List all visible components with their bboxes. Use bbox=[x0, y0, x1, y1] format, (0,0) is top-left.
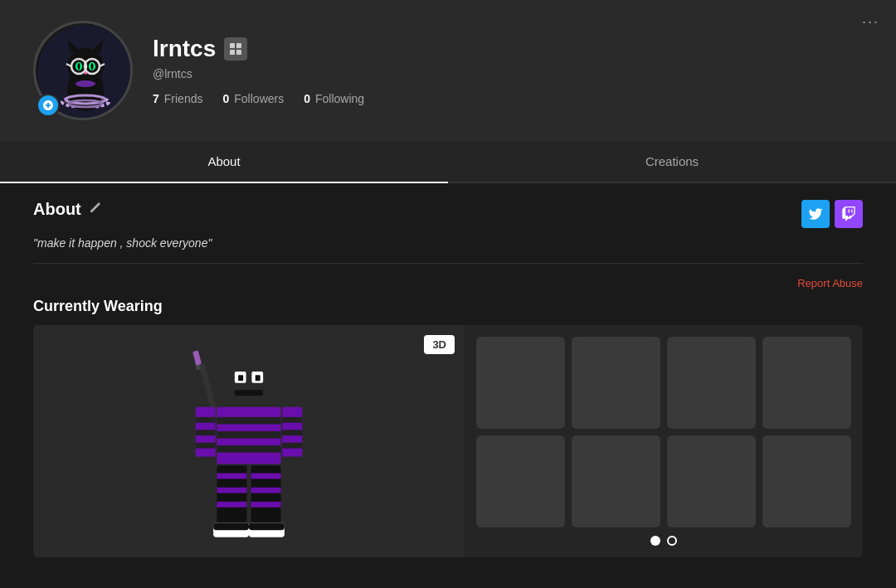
svg-rect-31 bbox=[192, 350, 202, 365]
following-label: Following bbox=[315, 92, 364, 105]
items-grid bbox=[476, 337, 851, 527]
svg-rect-52 bbox=[251, 488, 281, 493]
profile-banner: lrntcs @lrntcs 7 Friends 0 Followers bbox=[0, 0, 896, 141]
following-count: 0 bbox=[304, 92, 310, 105]
report-abuse-link[interactable]: Report Abuse bbox=[797, 277, 863, 289]
pagination-dot-1[interactable] bbox=[650, 536, 660, 546]
report-row: Report Abuse bbox=[33, 277, 863, 289]
item-slot-7[interactable] bbox=[667, 435, 756, 527]
character-svg bbox=[149, 342, 348, 541]
svg-point-14 bbox=[91, 63, 94, 70]
username: lrntcs bbox=[153, 36, 216, 62]
svg-rect-22 bbox=[236, 50, 241, 55]
profile-info: lrntcs @lrntcs 7 Friends 0 Followers bbox=[153, 36, 364, 105]
divider bbox=[33, 263, 863, 264]
followers-label: Followers bbox=[234, 92, 284, 105]
pagination-dot-2[interactable] bbox=[667, 536, 677, 546]
svg-rect-35 bbox=[217, 445, 280, 453]
svg-point-13 bbox=[78, 63, 80, 70]
items-grid-container bbox=[465, 325, 863, 557]
svg-rect-20 bbox=[236, 43, 241, 48]
svg-rect-19 bbox=[230, 43, 235, 48]
about-section: About bbox=[33, 200, 863, 228]
svg-rect-26 bbox=[238, 375, 243, 381]
svg-rect-23 bbox=[224, 356, 274, 406]
user-handle: @lrntcs bbox=[153, 67, 364, 80]
svg-rect-37 bbox=[196, 417, 216, 423]
main-content: About "make it happen , shock everyone" bbox=[0, 183, 896, 574]
avatar-container bbox=[33, 21, 133, 120]
twitch-button[interactable] bbox=[835, 200, 863, 228]
three-d-badge[interactable]: 3D bbox=[424, 335, 455, 354]
about-title: About bbox=[33, 200, 101, 219]
item-slot-4[interactable] bbox=[762, 337, 851, 429]
stats-row: 7 Friends 0 Followers 0 Following bbox=[153, 92, 364, 105]
svg-rect-39 bbox=[196, 443, 216, 449]
svg-rect-40 bbox=[197, 457, 213, 471]
friends-label: Friends bbox=[164, 92, 203, 105]
item-slot-5[interactable] bbox=[476, 435, 565, 527]
friends-stat[interactable]: 7 Friends bbox=[153, 92, 202, 105]
svg-rect-27 bbox=[256, 375, 261, 381]
more-options-button[interactable]: ··· bbox=[862, 13, 879, 31]
pagination-dots bbox=[476, 536, 851, 546]
nav-tabs: About Creations bbox=[0, 141, 896, 183]
svg-point-16 bbox=[75, 80, 95, 87]
svg-rect-43 bbox=[282, 430, 302, 435]
username-row: lrntcs bbox=[153, 36, 364, 62]
currently-wearing-title: Currently Wearing bbox=[33, 298, 863, 315]
svg-rect-48 bbox=[217, 488, 246, 493]
verified-icon bbox=[224, 37, 247, 61]
svg-rect-47 bbox=[217, 474, 246, 479]
svg-rect-42 bbox=[282, 417, 302, 423]
social-icons bbox=[801, 200, 863, 228]
edit-icon[interactable] bbox=[88, 202, 101, 217]
item-slot-8[interactable] bbox=[762, 435, 851, 527]
friends-count: 7 bbox=[153, 92, 159, 105]
svg-rect-21 bbox=[230, 50, 235, 55]
svg-rect-51 bbox=[251, 474, 281, 479]
character-view: 3D bbox=[33, 325, 465, 557]
svg-rect-45 bbox=[285, 457, 300, 471]
svg-rect-57 bbox=[249, 523, 285, 531]
bio-text: "make it happen , shock everyone" bbox=[33, 236, 863, 250]
following-stat[interactable]: 0 Following bbox=[304, 92, 364, 105]
followers-count: 0 bbox=[222, 92, 229, 105]
svg-rect-34 bbox=[217, 431, 280, 439]
twitter-button[interactable] bbox=[801, 200, 830, 228]
svg-rect-33 bbox=[217, 417, 280, 425]
item-slot-2[interactable] bbox=[572, 337, 660, 429]
item-slot-6[interactable] bbox=[572, 435, 660, 527]
item-slot-3[interactable] bbox=[667, 337, 756, 429]
svg-rect-53 bbox=[251, 502, 281, 508]
svg-rect-49 bbox=[217, 502, 246, 508]
wearing-container: 3D bbox=[33, 325, 863, 557]
svg-rect-56 bbox=[213, 523, 249, 531]
tab-creations[interactable]: Creations bbox=[448, 141, 896, 182]
followers-stat[interactable]: 0 Followers bbox=[222, 92, 284, 105]
svg-rect-38 bbox=[196, 430, 216, 435]
about-label: About bbox=[33, 200, 81, 219]
item-slot-1[interactable] bbox=[476, 337, 565, 429]
svg-point-15 bbox=[84, 72, 87, 75]
svg-rect-28 bbox=[235, 390, 263, 396]
tab-about[interactable]: About bbox=[0, 141, 448, 182]
svg-rect-44 bbox=[282, 443, 302, 449]
avatar-badge bbox=[37, 94, 60, 117]
